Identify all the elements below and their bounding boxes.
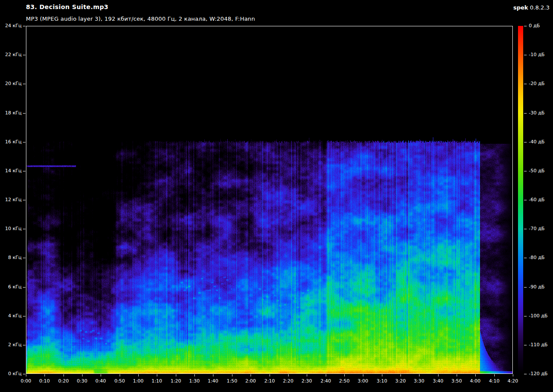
time-tick	[457, 374, 457, 376]
time-tick-label: 2:10	[260, 378, 279, 384]
db-tick	[524, 200, 527, 200]
time-tick	[494, 374, 495, 376]
time-tick	[382, 374, 382, 376]
db-tick-label: -80 дБ	[529, 255, 545, 261]
db-tick	[524, 287, 527, 288]
time-tick-label: 2:30	[297, 378, 316, 384]
time-tick-label: 3:10	[372, 378, 391, 384]
freq-tick	[23, 200, 25, 200]
time-tick-label: 0:20	[54, 378, 73, 384]
time-tick-label: 0:40	[91, 378, 110, 384]
time-tick	[288, 374, 289, 376]
db-tick	[524, 374, 527, 374]
app-version: 0.8.2.3	[530, 4, 550, 11]
db-tick-label: -120 дБ	[529, 371, 548, 377]
db-tick-label: -70 дБ	[529, 226, 545, 232]
time-tick	[213, 374, 213, 376]
time-tick-label: 1:10	[147, 378, 166, 384]
time-tick-label: 1:20	[166, 378, 185, 384]
time-tick-label: 2:20	[279, 378, 298, 384]
freq-tick-label: 0 кГц	[0, 371, 22, 377]
time-tick	[419, 374, 420, 376]
time-tick-label: 3:30	[410, 378, 429, 384]
db-tick	[524, 55, 527, 55]
time-tick-label: 2:00	[241, 378, 260, 384]
freq-tick-label: 18 кГц	[0, 110, 22, 116]
freq-tick-label: 20 кГц	[0, 81, 22, 87]
time-tick-label: 3:20	[391, 378, 410, 384]
freq-tick	[23, 287, 25, 288]
db-tick-label: -100 дБ	[529, 313, 548, 319]
freq-tick-label: 12 кГц	[0, 197, 22, 203]
time-tick	[176, 374, 176, 376]
app-name: spek	[513, 4, 528, 11]
db-tick-label: -20 дБ	[529, 81, 545, 87]
freq-tick-label: 10 кГц	[0, 226, 22, 232]
time-tick-label: 0:30	[73, 378, 92, 384]
time-tick	[120, 374, 120, 376]
db-tick	[524, 258, 527, 258]
colorbar	[518, 26, 523, 374]
freq-tick	[23, 142, 25, 142]
app-badge: spek0.8.2.3	[513, 4, 550, 11]
db-tick-label: 0 дБ	[529, 23, 540, 29]
freq-tick-label: 4 кГц	[0, 313, 22, 319]
freq-tick-label: 16 кГц	[0, 139, 22, 145]
freq-tick-label: 2 кГц	[0, 342, 22, 348]
db-tick	[524, 84, 527, 84]
time-tick	[194, 374, 195, 376]
time-tick	[400, 374, 401, 376]
freq-tick	[23, 171, 25, 171]
freq-tick-label: 6 кГц	[0, 284, 22, 290]
time-tick-label: 1:00	[129, 378, 148, 384]
freq-tick	[23, 55, 25, 55]
freq-tick-label: 22 кГц	[0, 52, 22, 58]
time-tick	[138, 374, 139, 376]
db-tick-label: -40 дБ	[529, 139, 545, 145]
time-tick-label: 3:00	[353, 378, 372, 384]
time-tick	[344, 374, 345, 376]
time-tick-label: 2:40	[316, 378, 335, 384]
time-tick	[513, 374, 513, 376]
time-tick-label: 4:10	[485, 378, 504, 384]
freq-tick-label: 24 кГц	[0, 23, 22, 29]
spek-window: 83. Decision Suite.mp3 spek0.8.2.3 MP3 (…	[0, 0, 553, 392]
file-info: MP3 (MPEG audio layer 3), 192 кбит/сек, …	[26, 16, 255, 22]
spectrogram-plot	[26, 26, 513, 374]
db-tick-label: -50 дБ	[529, 168, 545, 174]
db-tick	[524, 142, 527, 142]
time-tick-label: 0:00	[16, 378, 35, 384]
db-tick-label: -90 дБ	[529, 284, 545, 290]
time-tick	[26, 374, 26, 376]
time-tick-label: 2:50	[335, 378, 354, 384]
freq-tick	[23, 258, 25, 258]
time-tick	[475, 374, 476, 376]
db-tick-label: -30 дБ	[529, 110, 545, 116]
time-tick-label: 4:20	[503, 378, 522, 384]
time-tick	[438, 374, 439, 376]
time-tick	[101, 374, 101, 376]
db-tick	[524, 26, 527, 26]
freq-tick-label: 8 кГц	[0, 255, 22, 261]
time-tick-label: 1:40	[203, 378, 222, 384]
freq-tick	[23, 229, 25, 229]
time-tick	[326, 374, 326, 376]
freq-tick	[23, 316, 25, 316]
time-tick-label: 4:00	[466, 378, 485, 384]
db-tick-label: -10 дБ	[529, 52, 545, 58]
track-title: 83. Decision Suite.mp3	[26, 3, 108, 10]
time-tick-label: 0:50	[110, 378, 129, 384]
time-tick-label: 1:30	[185, 378, 204, 384]
time-tick	[307, 374, 307, 376]
db-tick	[524, 229, 527, 229]
time-tick	[270, 374, 270, 376]
db-tick	[524, 171, 527, 171]
time-tick-label: 3:40	[429, 378, 448, 384]
time-tick-label: 3:50	[447, 378, 466, 384]
time-tick	[251, 374, 251, 376]
time-tick	[157, 374, 157, 376]
db-tick	[524, 316, 527, 316]
freq-tick	[23, 84, 25, 84]
db-tick	[524, 345, 527, 345]
db-tick-label: -110 дБ	[529, 342, 548, 348]
